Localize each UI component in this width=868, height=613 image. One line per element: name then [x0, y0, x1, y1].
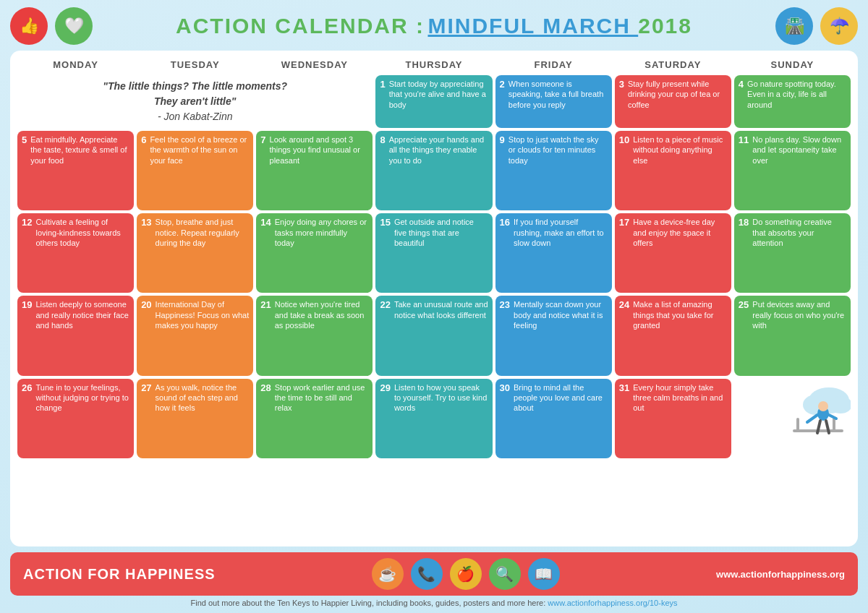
footer-org-title: ACTION FOR HAPPINESS — [23, 566, 216, 583]
day-monday: MONDAY — [17, 58, 134, 72]
day-thursday: THURSDAY — [375, 58, 492, 72]
footer-icon-search: 🔍 — [489, 558, 521, 590]
cal-day-15: 15Get outside and notice five things tha… — [375, 213, 492, 293]
footer-url: www.actionforhappiness.org — [716, 569, 845, 580]
cal-day-19: 19Listen deeply to someone and really no… — [17, 296, 134, 375]
cal-day-1: 1Start today by appreciating that you're… — [375, 75, 492, 128]
svg-line-9 — [829, 415, 836, 419]
svg-point-7 — [818, 401, 828, 411]
cal-day-6: 6Feel the cool of a breeze or the warmth… — [137, 131, 253, 210]
person-illustration — [786, 379, 851, 458]
cal-day-24: 24Make a list of amazing things that you… — [615, 296, 731, 375]
day-saturday: SATURDAY — [615, 58, 731, 72]
road-icon: 🛣️ — [775, 7, 813, 45]
svg-rect-4 — [796, 418, 799, 432]
cal-day-29: 29Listen to how you speak to yourself. T… — [375, 379, 492, 458]
footer-bar: ACTION FOR HAPPINESS ☕ 📞 🍎 🔍 📖 www.actio… — [10, 552, 858, 596]
footer-icon-book: 📖 — [528, 558, 560, 590]
cal-day-8: 8Appreciate your hands and all the thing… — [375, 131, 492, 210]
cal-day-28: 28Stop work earlier and use the time to … — [256, 379, 373, 458]
cal-day-22: 22Take an unusual route and notice what … — [375, 296, 492, 375]
cal-day-26: 26Tune in to your feelings, without judg… — [17, 379, 134, 458]
cal-day-9: 9Stop to just watch the sky or clouds fo… — [495, 131, 612, 210]
page-title: ACTION CALENDAR : MINDFUL MARCH 2018 — [100, 14, 768, 38]
footer-icon-coffee: ☕ — [372, 558, 404, 590]
calendar-grid: "The little things? The little moments?T… — [17, 75, 851, 541]
svg-rect-5 — [833, 418, 835, 432]
cal-day-25: 25Put devices away and really focus on w… — [734, 296, 851, 375]
cal-day-12: 12Cultivate a feeling of loving-kindness… — [17, 213, 134, 293]
cal-day-7: 7Look around and spot 3 things you find … — [256, 131, 373, 210]
cal-day-27: 27As you walk, notice the sound of each … — [137, 379, 253, 458]
cal-day-13: 13Stop, breathe and just notice. Repeat … — [137, 213, 253, 293]
svg-line-8 — [807, 415, 817, 422]
cal-day-5: 5Eat mindfully. Appreciate the taste, te… — [17, 131, 134, 210]
title-action: ACTION CALENDAR : — [176, 14, 425, 38]
cal-day-2: 2When someone is speaking, take a full b… — [495, 75, 612, 128]
footer-icon-phone: 📞 — [411, 558, 443, 590]
cal-day-10: 10Listen to a piece of music without doi… — [615, 131, 731, 210]
cal-day-30: 30Bring to mind all the people you love … — [495, 379, 612, 458]
title-year: 2018 — [638, 14, 692, 38]
calendar: MONDAY TUESDAY WEDNESDAY THURSDAY FRIDAY… — [10, 51, 858, 546]
cal-day-31: 31Every hour simply take three calm brea… — [615, 379, 731, 458]
umbrella-icon: ☂️ — [820, 7, 858, 45]
cal-day-3: 3Stay fully present while drinking your … — [615, 75, 731, 128]
cal-day-14: 14Enjoy doing any chores or tasks more m… — [256, 213, 373, 293]
header: 👍 🤍 ACTION CALENDAR : MINDFUL MARCH 2018… — [10, 7, 858, 45]
quote-text: "The little things? The little moments?T… — [103, 79, 287, 124]
day-sunday: SUNDAY — [734, 58, 851, 72]
cal-day-17: 17Have a device-free day and enjoy the s… — [615, 213, 731, 293]
heart-icon: 🤍 — [55, 7, 93, 45]
cal-day-21: 21Notice when you're tired and take a br… — [256, 296, 373, 375]
cal-day-20: 20International Day of Happiness! Focus … — [137, 296, 253, 375]
cal-empty-last — [734, 379, 851, 458]
thumbs-up-icon: 👍 — [10, 7, 48, 45]
footer-icons: ☕ 📞 🍎 🔍 📖 — [227, 558, 705, 590]
bottom-note: Find out more about the Ten Keys to Happ… — [10, 599, 858, 607]
cal-day-11: 11No plans day. Slow down and let sponta… — [734, 131, 851, 210]
cal-day-16: 16If you find yourself rushing, make an … — [495, 213, 612, 293]
quote-cell: "The little things? The little moments?T… — [17, 75, 373, 128]
cal-day-4: 4Go nature spotting today. Even in a cit… — [734, 75, 851, 128]
title-mindful: MINDFUL MARCH — [427, 14, 638, 38]
cal-day-18: 18Do something creative that absorbs you… — [734, 213, 851, 293]
day-wednesday: WEDNESDAY — [256, 58, 373, 72]
bottom-note-link: www.actionforhappiness.org/10-keys — [548, 599, 677, 607]
day-headers: MONDAY TUESDAY WEDNESDAY THURSDAY FRIDAY… — [17, 58, 851, 72]
footer-icon-apple: 🍎 — [450, 558, 482, 590]
day-friday: FRIDAY — [495, 58, 612, 72]
day-tuesday: TUESDAY — [137, 58, 253, 72]
cal-day-23: 23Mentally scan down your body and notic… — [495, 296, 612, 375]
footer-url-area: www.actionforhappiness.org — [716, 569, 845, 580]
